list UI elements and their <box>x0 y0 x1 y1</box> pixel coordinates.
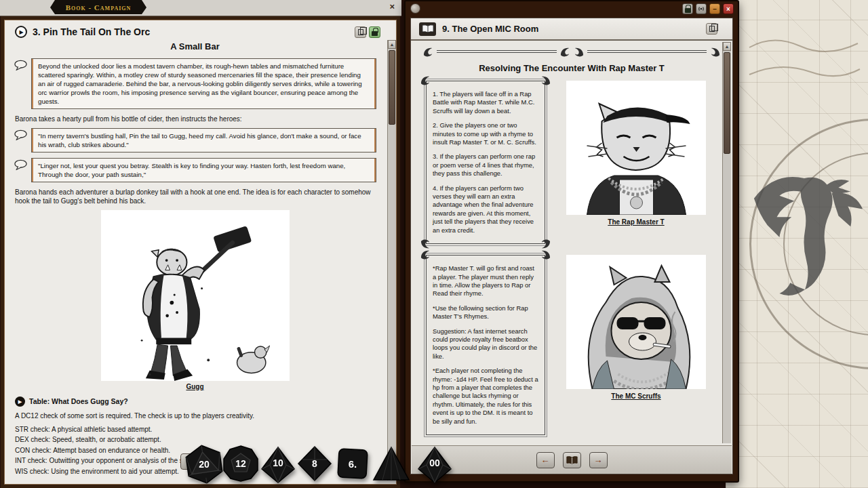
d6-die[interactable]: 6. <box>335 446 370 481</box>
ornament-divider <box>423 46 720 57</box>
die-value: 20 <box>184 444 224 485</box>
quote-box: "Linger not, lest your quest you betray.… <box>31 158 376 182</box>
page-content: A Small Bar Beyond the unlocked door lie… <box>4 41 397 476</box>
die-value: 00 <box>416 446 454 484</box>
banner-label: Book - Campaign <box>66 3 132 12</box>
die-value <box>372 445 410 483</box>
copy-icon[interactable] <box>355 26 366 38</box>
broadcast-icon[interactable] <box>696 3 707 14</box>
lock-glyph <box>372 31 378 36</box>
speech-bubble-icon[interactable] <box>14 128 28 152</box>
desktop: Book - Campaign × ▶ 3. Pin The Tail On T… <box>0 0 868 488</box>
table-link-label: Table: What Does Gugg Say? <box>29 397 128 407</box>
d100-die[interactable]: 00 <box>416 446 454 484</box>
figure-caption: The MC Scruffs <box>557 392 715 400</box>
page-title: 9. The Open MIC Room <box>442 24 538 34</box>
rap-master-illustration <box>566 81 706 215</box>
mc-scruffs-figure: The MC Scruffs <box>557 255 715 400</box>
gugg-figure: Gugg <box>101 210 290 391</box>
section-heading: A Small Bar <box>14 41 376 53</box>
d20-die[interactable]: 20 <box>184 444 224 485</box>
gugg-illustration <box>101 210 290 381</box>
copy-glyph <box>358 29 363 35</box>
rule-item: 4. If the players can perform two verses… <box>433 184 538 235</box>
close-icon[interactable]: × <box>723 3 734 14</box>
broadcast-glyph <box>697 5 705 12</box>
figure-caption: Gugg <box>101 382 290 391</box>
d12-die[interactable]: 12 <box>222 445 260 483</box>
notes-box: *Rap Master T. will go first and roast a… <box>426 255 545 435</box>
corner-ornament-icon <box>420 75 431 85</box>
chapter-header: ▶ 3. Pin The Tail On The Orc <box>4 20 397 40</box>
figure-caption: The Rap Master T <box>557 218 715 226</box>
chapter-header: 9. The Open MIC Room <box>411 18 732 41</box>
rules-box: 1. The players will face off in a Rap Ba… <box>426 81 545 244</box>
scrollbar-thumb[interactable] <box>389 50 395 125</box>
page-navigation: ← → <box>412 445 732 474</box>
paragraph: Barona takes a hearty pull from his bott… <box>15 115 375 123</box>
d10-die[interactable]: 10 <box>259 446 297 484</box>
rule-item: 2. Give the players one or two minutes t… <box>433 121 538 146</box>
check-line: DEX check: Speed, stealth, or acrobatic … <box>15 435 375 444</box>
d4-die[interactable] <box>372 445 410 483</box>
play-icon[interactable]: ▶ <box>15 26 27 38</box>
speech-bubble-icon[interactable] <box>14 158 28 182</box>
note-item: *Each player not completing the rhyme: -… <box>433 367 538 426</box>
page-title: 3. Pin The Tail On The Orc <box>33 26 150 37</box>
map-squiggle-lines <box>746 27 861 108</box>
corner-ornament-icon <box>540 75 551 85</box>
window-badge-icon <box>410 3 420 14</box>
lock-glyph <box>685 8 691 13</box>
speech-bubble-icon[interactable] <box>14 58 28 109</box>
book-glyph <box>566 456 578 464</box>
next-page-button[interactable]: → <box>589 452 608 468</box>
die-value: 6. <box>335 446 370 481</box>
die-value: 8 <box>296 445 334 483</box>
scrollbar-thumb[interactable] <box>724 52 730 154</box>
minimize-icon[interactable]: – <box>709 3 720 14</box>
scroll-up-icon[interactable]: ▲ <box>388 40 396 49</box>
book-icon[interactable] <box>419 22 436 36</box>
quote-box: "In merry tavern's bustling hall, Pin th… <box>31 128 376 152</box>
lock-icon[interactable] <box>682 3 693 14</box>
die-value: 12 <box>222 445 260 483</box>
window-titlebar[interactable]: – × <box>406 1 738 16</box>
play-icon: ▶ <box>15 396 25 407</box>
index-button[interactable] <box>563 452 581 468</box>
close-icon[interactable]: × <box>389 2 395 12</box>
paragraph: A DC12 check of some sort is required. T… <box>15 411 375 420</box>
campaign-window-frame: ▶ 3. Pin The Tail On The Orc ▲ A Small B… <box>1 16 400 488</box>
scroll-up-icon[interactable]: ▲ <box>723 42 731 51</box>
rap-master-figure: The Rap Master T <box>557 81 715 226</box>
copy-icon[interactable] <box>706 23 717 35</box>
copy-glyph <box>709 26 715 32</box>
paragraph: Barona hands each adventurer a burlap do… <box>15 188 375 205</box>
campaign-book-window: Book - Campaign × ▶ 3. Pin The Tail On T… <box>0 0 401 488</box>
d8-die[interactable]: 8 <box>296 445 334 483</box>
book-glyph <box>422 24 434 33</box>
table-link[interactable]: ▶ Table: What Does Gugg Say? <box>15 396 375 407</box>
note-item: *Use the following section for Rap Maste… <box>433 304 538 321</box>
lock-icon[interactable] <box>369 26 380 38</box>
rule-item: 3. If the players can perform one rap or… <box>433 152 538 178</box>
book-campaign-banner: Book - Campaign <box>50 0 146 14</box>
corner-ornament-icon <box>540 239 551 249</box>
dragon-logo <box>747 157 868 320</box>
scrollbar[interactable]: ▲ <box>387 40 396 481</box>
check-line: STR check: A physical athletic based att… <box>15 425 375 434</box>
mc-scruffs-illustration <box>566 255 706 389</box>
campaign-window-titlebar[interactable]: Book - Campaign × <box>0 0 401 16</box>
open-mic-room-window: – × 9. The Open MIC Room Resolving Th <box>404 0 739 483</box>
encounter-heading: Resolving The Encounter With Rap Master … <box>411 63 732 73</box>
page: 9. The Open MIC Room Resolving The Encou… <box>410 18 733 474</box>
previous-page-button[interactable]: ← <box>536 452 555 468</box>
scrollbar[interactable]: ▲ <box>722 42 731 443</box>
rule-item: 1. The players will face off in a Rap Ba… <box>433 90 538 115</box>
corner-ornament-icon <box>420 239 431 249</box>
die-value: 10 <box>259 446 297 484</box>
note-item: Suggestion: A fast internet search could… <box>433 327 538 361</box>
read-aloud-box: Beyond the unlocked door lies a modest t… <box>31 58 376 109</box>
corner-ornament-icon <box>540 249 551 260</box>
corner-ornament-icon <box>420 249 431 260</box>
note-item: *Rap Master T. will go first and roast a… <box>433 264 538 298</box>
